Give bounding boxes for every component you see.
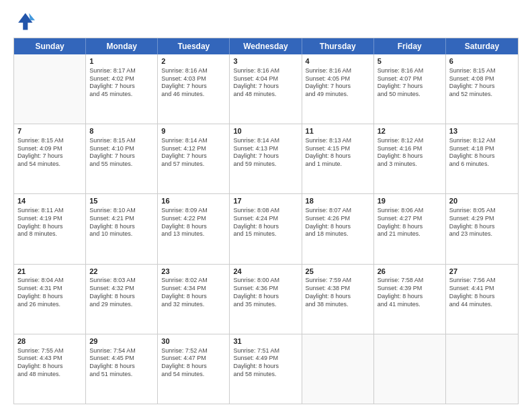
calendar-header-row: SundayMondayTuesdayWednesdayThursdayFrid…	[14, 38, 518, 54]
cal-cell: 1Sunrise: 8:17 AM Sunset: 4:02 PM Daylig…	[86, 54, 158, 124]
day-info: Sunrise: 8:02 AM Sunset: 4:34 PM Dayligh…	[161, 277, 226, 308]
day-number: 10	[233, 126, 298, 136]
day-number: 14	[17, 196, 82, 206]
cal-cell: 19Sunrise: 8:06 AM Sunset: 4:27 PM Dayli…	[374, 194, 446, 263]
day-info: Sunrise: 8:06 AM Sunset: 4:27 PM Dayligh…	[378, 207, 442, 238]
day-info: Sunrise: 8:00 AM Sunset: 4:36 PM Dayligh…	[233, 277, 298, 308]
day-number: 31	[233, 336, 298, 347]
day-info: Sunrise: 8:08 AM Sunset: 4:24 PM Dayligh…	[233, 207, 298, 238]
day-number: 30	[161, 336, 226, 347]
day-number: 23	[161, 267, 226, 277]
cal-cell: 20Sunrise: 8:05 AM Sunset: 4:29 PM Dayli…	[446, 194, 518, 263]
cal-cell: 21Sunrise: 8:04 AM Sunset: 4:31 PM Dayli…	[14, 265, 86, 334]
day-info: Sunrise: 8:03 AM Sunset: 4:32 PM Dayligh…	[89, 277, 154, 308]
day-info: Sunrise: 8:07 AM Sunset: 4:26 PM Dayligh…	[306, 207, 370, 238]
cal-cell: 11Sunrise: 8:13 AM Sunset: 4:15 PM Dayli…	[302, 124, 374, 193]
cal-cell: 8Sunrise: 8:15 AM Sunset: 4:10 PM Daylig…	[86, 124, 158, 193]
cal-week-3: 21Sunrise: 8:04 AM Sunset: 4:31 PM Dayli…	[14, 265, 518, 334]
cal-cell: 31Sunrise: 7:51 AM Sunset: 4:49 PM Dayli…	[230, 334, 302, 404]
day-number: 26	[378, 267, 442, 277]
header	[13, 11, 519, 32]
day-info: Sunrise: 7:54 AM Sunset: 4:45 PM Dayligh…	[89, 347, 154, 379]
cal-header-saturday: Saturday	[446, 38, 518, 54]
day-number: 16	[161, 196, 226, 206]
day-number: 25	[306, 267, 370, 277]
cal-week-4: 28Sunrise: 7:55 AM Sunset: 4:43 PM Dayli…	[14, 334, 518, 404]
day-info: Sunrise: 8:10 AM Sunset: 4:21 PM Dayligh…	[89, 207, 154, 238]
cal-header-sunday: Sunday	[14, 38, 86, 54]
day-info: Sunrise: 8:12 AM Sunset: 4:18 PM Dayligh…	[449, 137, 515, 169]
cal-header-thursday: Thursday	[302, 38, 374, 54]
day-info: Sunrise: 8:16 AM Sunset: 4:04 PM Dayligh…	[233, 67, 298, 99]
cal-cell	[374, 334, 446, 404]
day-number: 20	[449, 196, 515, 206]
cal-cell: 5Sunrise: 8:16 AM Sunset: 4:07 PM Daylig…	[374, 54, 446, 124]
cal-header-wednesday: Wednesday	[230, 38, 302, 54]
cal-cell: 13Sunrise: 8:12 AM Sunset: 4:18 PM Dayli…	[446, 124, 518, 193]
cal-cell: 26Sunrise: 7:58 AM Sunset: 4:39 PM Dayli…	[374, 265, 446, 334]
cal-header-tuesday: Tuesday	[158, 38, 230, 54]
cal-cell: 9Sunrise: 8:14 AM Sunset: 4:12 PM Daylig…	[158, 124, 230, 193]
day-number: 24	[233, 267, 298, 277]
day-info: Sunrise: 8:09 AM Sunset: 4:22 PM Dayligh…	[161, 207, 226, 238]
cal-cell	[446, 334, 518, 404]
day-info: Sunrise: 8:16 AM Sunset: 4:03 PM Dayligh…	[161, 67, 226, 99]
cal-cell: 10Sunrise: 8:14 AM Sunset: 4:13 PM Dayli…	[230, 124, 302, 193]
cal-cell: 4Sunrise: 8:16 AM Sunset: 4:05 PM Daylig…	[302, 54, 374, 124]
day-number: 8	[89, 126, 154, 136]
cal-cell: 22Sunrise: 8:03 AM Sunset: 4:32 PM Dayli…	[86, 265, 158, 334]
cal-cell: 15Sunrise: 8:10 AM Sunset: 4:21 PM Dayli…	[86, 194, 158, 263]
cal-cell: 24Sunrise: 8:00 AM Sunset: 4:36 PM Dayli…	[230, 265, 302, 334]
day-number: 28	[17, 336, 82, 347]
cal-cell: 12Sunrise: 8:12 AM Sunset: 4:16 PM Dayli…	[374, 124, 446, 193]
day-number: 17	[233, 196, 298, 206]
day-number: 21	[17, 267, 82, 277]
day-info: Sunrise: 8:15 AM Sunset: 4:10 PM Dayligh…	[89, 137, 154, 169]
cal-cell: 18Sunrise: 8:07 AM Sunset: 4:26 PM Dayli…	[302, 194, 374, 263]
cal-cell	[302, 334, 374, 404]
day-info: Sunrise: 8:11 AM Sunset: 4:19 PM Dayligh…	[17, 207, 82, 238]
day-info: Sunrise: 8:15 AM Sunset: 4:08 PM Dayligh…	[449, 67, 515, 99]
day-number: 6	[449, 56, 515, 66]
day-info: Sunrise: 8:14 AM Sunset: 4:12 PM Dayligh…	[161, 137, 226, 169]
day-number: 18	[306, 196, 370, 206]
cal-cell: 27Sunrise: 7:56 AM Sunset: 4:41 PM Dayli…	[446, 265, 518, 334]
cal-cell	[14, 54, 86, 124]
cal-cell: 30Sunrise: 7:52 AM Sunset: 4:47 PM Dayli…	[158, 334, 230, 404]
day-info: Sunrise: 7:51 AM Sunset: 4:49 PM Dayligh…	[233, 347, 298, 379]
calendar: SundayMondayTuesdayWednesdayThursdayFrid…	[13, 38, 519, 404]
cal-week-2: 14Sunrise: 8:11 AM Sunset: 4:19 PM Dayli…	[14, 194, 518, 264]
day-number: 15	[89, 196, 154, 206]
day-number: 29	[89, 336, 154, 347]
day-number: 2	[161, 56, 226, 66]
day-info: Sunrise: 8:16 AM Sunset: 4:05 PM Dayligh…	[306, 67, 370, 99]
day-number: 19	[378, 196, 442, 206]
cal-cell: 23Sunrise: 8:02 AM Sunset: 4:34 PM Dayli…	[158, 265, 230, 334]
cal-cell: 3Sunrise: 8:16 AM Sunset: 4:04 PM Daylig…	[230, 54, 302, 124]
cal-cell: 25Sunrise: 7:59 AM Sunset: 4:38 PM Dayli…	[302, 265, 374, 334]
cal-cell: 17Sunrise: 8:08 AM Sunset: 4:24 PM Dayli…	[230, 194, 302, 263]
cal-cell: 29Sunrise: 7:54 AM Sunset: 4:45 PM Dayli…	[86, 334, 158, 404]
day-number: 4	[306, 56, 370, 66]
day-info: Sunrise: 7:59 AM Sunset: 4:38 PM Dayligh…	[306, 277, 370, 308]
day-info: Sunrise: 8:05 AM Sunset: 4:29 PM Dayligh…	[449, 207, 515, 238]
calendar-body: 1Sunrise: 8:17 AM Sunset: 4:02 PM Daylig…	[14, 54, 518, 404]
cal-cell: 7Sunrise: 8:15 AM Sunset: 4:09 PM Daylig…	[14, 124, 86, 193]
day-number: 22	[89, 267, 154, 277]
day-info: Sunrise: 8:17 AM Sunset: 4:02 PM Dayligh…	[89, 67, 154, 99]
cal-week-1: 7Sunrise: 8:15 AM Sunset: 4:09 PM Daylig…	[14, 124, 518, 194]
day-info: Sunrise: 8:15 AM Sunset: 4:09 PM Dayligh…	[17, 137, 82, 169]
cal-header-friday: Friday	[374, 38, 446, 54]
day-info: Sunrise: 8:04 AM Sunset: 4:31 PM Dayligh…	[17, 277, 82, 308]
day-number: 5	[378, 56, 442, 66]
day-info: Sunrise: 7:55 AM Sunset: 4:43 PM Dayligh…	[17, 347, 82, 379]
logo-icon	[13, 11, 35, 32]
day-info: Sunrise: 7:58 AM Sunset: 4:39 PM Dayligh…	[378, 277, 442, 308]
day-info: Sunrise: 8:12 AM Sunset: 4:16 PM Dayligh…	[378, 137, 442, 169]
day-number: 9	[161, 126, 226, 136]
day-info: Sunrise: 7:56 AM Sunset: 4:41 PM Dayligh…	[449, 277, 515, 308]
cal-cell: 14Sunrise: 8:11 AM Sunset: 4:19 PM Dayli…	[14, 194, 86, 263]
day-info: Sunrise: 7:52 AM Sunset: 4:47 PM Dayligh…	[161, 347, 226, 379]
day-number: 12	[378, 126, 442, 136]
day-number: 7	[17, 126, 82, 136]
